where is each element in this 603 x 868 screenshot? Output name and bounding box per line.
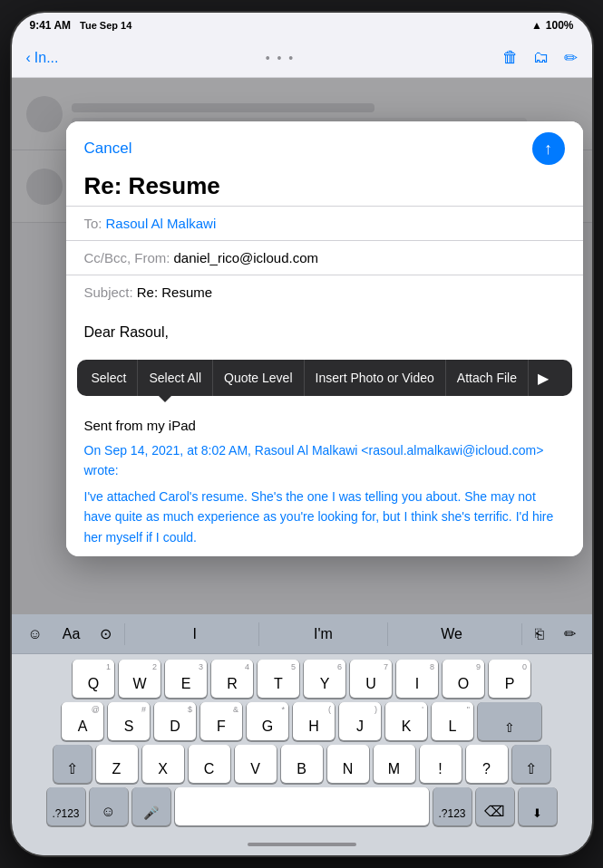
subject-value: Re: Resume — [137, 285, 212, 300]
sent-from-text: Sent from my iPad — [66, 403, 583, 440]
email-cc-field[interactable]: Cc/Bcc, From: daniel_rico@icloud.com — [66, 240, 583, 275]
key-emoji[interactable]: ☺ — [90, 787, 128, 825]
key-shift-right[interactable]: ⇧ — [512, 745, 550, 783]
key-a[interactable]: @A — [62, 702, 103, 740]
key-123-left[interactable]: .?123 — [47, 787, 85, 825]
status-bar-right: ▲ 100% — [531, 19, 574, 32]
suggest-we[interactable]: We — [387, 622, 516, 646]
folder-icon[interactable]: 🗂 — [533, 48, 550, 67]
key-r[interactable]: 4R — [211, 660, 253, 698]
key-p[interactable]: 0P — [489, 660, 530, 698]
insert-photo-button[interactable]: Insert Photo or Video — [305, 360, 446, 396]
greeting-text: Dear Rasoul, — [84, 324, 169, 340]
key-l[interactable]: "L — [432, 702, 473, 740]
compose-icon[interactable]: ✏ — [564, 48, 578, 68]
home-indicator — [248, 843, 356, 846]
home-bar — [12, 834, 592, 855]
status-time: 9:41 AM — [30, 19, 72, 32]
quoted-body: I've attached Carol's resume. She's the … — [84, 487, 565, 547]
key-e[interactable]: 3E — [165, 660, 207, 698]
to-label: To: — [84, 216, 102, 231]
key-delete[interactable]: ⌫ — [476, 787, 514, 825]
keyboard-row-3: ⇧ Z X C V B N M ! ? ⇧ — [15, 745, 588, 783]
camera-toolbar-button[interactable]: ⊙ — [92, 622, 119, 646]
attach-file-button[interactable]: Attach File — [446, 360, 529, 396]
top-nav: ‹ In... • • • 🗑 🗂 ✏ — [12, 38, 592, 78]
compose-header: Cancel ↑ — [66, 121, 583, 172]
key-v[interactable]: V — [235, 745, 277, 783]
keyboard-row-1: 1Q 2W 3E 4R 5T 6Y 7U 8I 9O 0P — [15, 660, 588, 698]
trash-icon[interactable]: 🗑 — [502, 48, 519, 67]
key-dismiss[interactable]: ⬇ — [519, 787, 557, 825]
key-u[interactable]: 7U — [350, 660, 392, 698]
suggest-i[interactable]: I — [131, 622, 258, 646]
wifi-icon: ▲ — [531, 19, 542, 32]
cc-label: Cc/Bcc, From: — [84, 250, 170, 265]
key-mic[interactable]: 🎤 — [132, 787, 170, 825]
format-toolbar-button[interactable]: Aa — [55, 622, 88, 646]
more-button[interactable]: ▶ — [529, 370, 558, 387]
top-nav-icons: 🗑 🗂 ✏ — [502, 48, 578, 68]
key-k[interactable]: 'K — [385, 702, 427, 740]
key-g[interactable]: *G — [247, 702, 288, 740]
key-j[interactable]: )J — [339, 702, 381, 740]
email-subject-title: Re: Resume — [84, 172, 565, 200]
key-h[interactable]: (H — [293, 702, 335, 740]
key-question[interactable]: ? — [466, 745, 508, 783]
key-123-right[interactable]: .?123 — [433, 787, 472, 825]
status-bar-left: 9:41 AM Tue Sep 14 — [30, 19, 132, 32]
email-subject-field[interactable]: Subject: Re: Resume — [66, 275, 583, 309]
back-chevron-icon: ‹ — [26, 50, 31, 66]
cc-value: daniel_rico@icloud.com — [174, 250, 318, 265]
key-z[interactable]: Z — [96, 745, 138, 783]
select-button[interactable]: Select — [81, 360, 139, 396]
nav-back-title[interactable]: In... — [34, 50, 59, 66]
key-q[interactable]: 1Q — [73, 660, 114, 698]
key-d[interactable]: $D — [154, 702, 196, 740]
key-i[interactable]: 8I — [396, 660, 438, 698]
emoji-toolbar-button[interactable]: ☺ — [21, 622, 50, 646]
quote-level-button[interactable]: Quote Level — [213, 360, 305, 396]
key-o[interactable]: 9O — [443, 660, 484, 698]
suggest-im[interactable]: I'm — [258, 622, 387, 646]
key-m[interactable]: M — [374, 745, 415, 783]
autocomplete-suggestions: I I'm We — [131, 622, 515, 646]
email-to-field[interactable]: To: Rasoul Al Malkawi — [66, 206, 583, 240]
keyboard: ☺ Aa ⊙ I I'm We ⎗ ✏ 1Q 2W 3E 4R 5T 6Y — [12, 614, 592, 855]
quoted-email: On Sep 14, 2021, at 8:02 AM, Rasoul Al M… — [66, 440, 583, 556]
status-date: Tue Sep 14 — [80, 20, 131, 31]
status-bar: 9:41 AM Tue Sep 14 ▲ 100% — [12, 13, 592, 38]
email-body-greeting[interactable]: Dear Rasoul, — [66, 309, 583, 352]
select-all-button[interactable]: Select All — [138, 360, 213, 396]
context-menu-toolbar: Select Select All Quote Level Insert Pho… — [77, 360, 572, 396]
compose-panel: Cancel ↑ Re: Resume To: Rasoul Al Malkaw… — [66, 121, 583, 556]
sent-from-label: Sent from my iPad — [84, 418, 196, 433]
key-space[interactable] — [175, 787, 429, 825]
battery-icon: 100% — [546, 19, 574, 32]
key-s[interactable]: #S — [108, 702, 150, 740]
key-b[interactable]: B — [281, 745, 323, 783]
key-shift-left[interactable]: ⇧ — [53, 745, 92, 783]
send-icon: ↑ — [544, 140, 552, 159]
key-t[interactable]: 5T — [258, 660, 299, 698]
to-value[interactable]: Rasoul Al Malkawi — [106, 216, 217, 231]
doc-toolbar-button[interactable]: ⎗ — [528, 622, 551, 646]
send-button[interactable]: ↑ — [532, 132, 565, 165]
keyboard-rows: 1Q 2W 3E 4R 5T 6Y 7U 8I 9O 0P @A #S $D &… — [12, 654, 592, 834]
key-n[interactable]: N — [327, 745, 369, 783]
keyboard-row-4: .?123 ☺ 🎤 .?123 ⌫ ⬇ — [15, 787, 588, 825]
cancel-button[interactable]: Cancel — [84, 140, 132, 158]
key-return[interactable]: ⇧ — [478, 702, 541, 740]
key-f[interactable]: &F — [200, 702, 242, 740]
key-y[interactable]: 6Y — [304, 660, 345, 698]
quoted-header: On Sep 14, 2021, at 8:02 AM, Rasoul Al M… — [84, 440, 565, 481]
back-nav[interactable]: ‹ In... — [26, 50, 59, 66]
keyboard-row-2: @A #S $D &F *G (H )J 'K "L ⇧ — [15, 702, 588, 740]
compose-sheet: Cancel ↑ Re: Resume To: Rasoul Al Malkaw… — [66, 121, 583, 556]
key-exclaim[interactable]: ! — [420, 745, 462, 783]
key-x[interactable]: X — [142, 745, 184, 783]
pencil-toolbar-button[interactable]: ✏ — [557, 622, 583, 646]
keyboard-toolbar: ☺ Aa ⊙ I I'm We ⎗ ✏ — [12, 614, 592, 654]
key-c[interactable]: C — [189, 745, 230, 783]
key-w[interactable]: 2W — [119, 660, 160, 698]
